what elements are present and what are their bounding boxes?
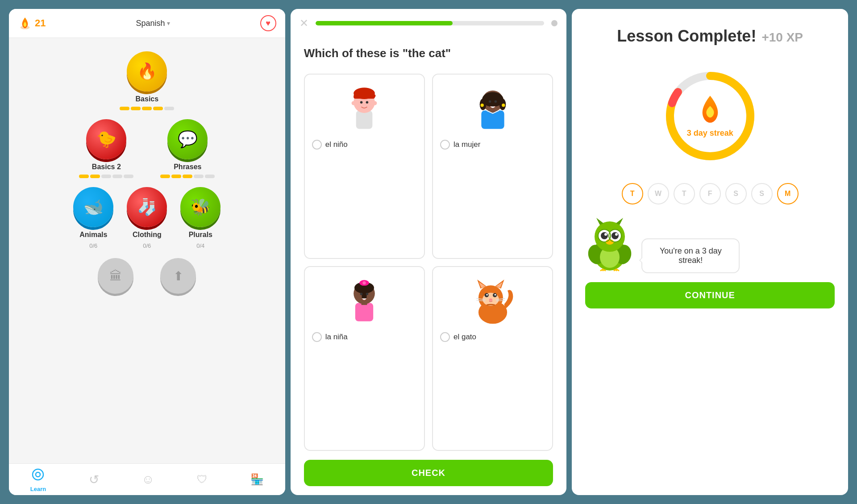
day-thursday: T [674,183,695,204]
streak-flame-icon [697,95,724,127]
choice-el-gato[interactable]: el gato [432,266,553,451]
radio-la-nina[interactable] [312,332,322,342]
lessons-content: 🔥 Basics 🐤 Basics 2 [9,38,285,463]
lesson-animals[interactable]: 🐋 Animals 0/6 [73,187,113,249]
prog-bar [153,107,163,110]
day-label-f: F [708,190,712,198]
shield-nav-icon: 🛡 [197,473,208,486]
day-tuesday: T [622,183,643,204]
choice-la-mujer[interactable]: la mujer [432,74,553,259]
nav-profile[interactable]: ☺ [141,472,154,488]
prog-bar [131,107,141,110]
svg-rect-3 [356,111,373,129]
lesson-circle-clothing[interactable]: 🧦 [127,187,167,227]
lesson-sublabel-clothing: 0/6 [143,242,151,249]
lesson-circle-animals[interactable]: 🐋 [73,187,113,227]
lesson-clothing[interactable]: 🧦 Clothing 0/6 [127,187,167,249]
svg-rect-22 [355,303,373,321]
streak-ring-container: 3 day streak [661,67,759,165]
profile-nav-icon: ☺ [141,472,154,487]
lesson-basics2[interactable]: 🐤 Basics 2 [79,119,133,178]
radio-el-nino[interactable] [312,140,322,150]
continue-button[interactable]: CONTINUE [585,282,835,308]
lesson-label-plurals: Plurals [189,231,212,239]
day-label-s1: S [733,190,738,198]
svg-point-9 [366,101,369,104]
language-selector[interactable]: Spanish ▾ [136,19,170,28]
nav-hearts[interactable]: ↺ [89,472,99,489]
svg-point-18 [489,100,491,103]
svg-point-42 [489,298,492,301]
learn-nav-icon [32,468,44,484]
svg-point-41 [494,294,496,296]
svg-point-30 [366,292,369,295]
flame-icon [18,16,32,30]
lesson-plurals[interactable]: 🐝 Plurals 0/4 [180,187,220,249]
lesson-basics[interactable]: 🔥 Basics [120,51,174,110]
lesson-complete-screen: Lesson Complete! +10 XP [572,9,848,495]
prog-bar [205,175,215,178]
lesson-circle-phrases[interactable]: 💬 [167,119,208,159]
prog-bar [164,107,174,110]
choice-image-el-nino [337,82,391,135]
hearts-badge: ♥ [260,15,276,31]
day-label-t2: T [682,190,686,198]
progress-phrases [160,175,215,178]
lesson-label-clothing: Clothing [133,231,162,239]
progress-basics2 [79,175,133,178]
nav-shield[interactable]: 🛡 [197,473,208,487]
prog-bar [194,175,204,178]
quiz-header: ✕ [291,9,567,33]
lesson-circle-plurals[interactable]: 🐝 [180,187,220,227]
choice-label-el-nino: el niño [325,140,348,149]
progress-basics [120,107,174,110]
radio-el-gato[interactable] [440,332,450,342]
prog-bar [171,175,181,178]
row-animals-clothing-plurals: 🐋 Animals 0/6 🧦 Clothing 0/6 🐝 Plurals 0… [73,187,220,249]
close-button[interactable]: ✕ [300,18,308,29]
lesson-circle-basics[interactable]: 🔥 [127,51,167,92]
nav-learn[interactable]: Learn [30,468,46,492]
lesson-phrases[interactable]: 💬 Phrases [160,119,215,178]
day-label-m: M [785,190,790,198]
check-button[interactable]: CHECK [304,460,553,486]
lesson-sublabel-animals: 0/6 [89,242,97,249]
svg-line-44 [476,300,485,301]
row-basics2-phrases: 🐤 Basics 2 💬 Phrases [79,119,215,178]
svg-point-63 [606,239,614,245]
nav-shop[interactable]: 🏪 [250,473,264,487]
choice-la-nina[interactable]: la niña [304,266,425,451]
lesson-label-phrases: Phrases [174,163,201,171]
hearts-nav-icon: ↺ [89,472,99,487]
streak-ring-inner: 3 day streak [687,95,733,138]
lock-icon-1: 🏛 [109,269,122,283]
day-label-w: W [655,190,661,198]
choice-bottom-el-gato: el gato [440,332,545,342]
locked-nodes: 🏛 ⬆ [98,258,196,294]
choice-image-la-nina [337,274,391,328]
locked-circle-2: ⬆ [160,258,196,294]
prog-bar [101,175,111,178]
learn-screen: 21 Spanish ▾ ♥ 🔥 Basics [9,9,285,495]
streak-count: 21 [35,17,46,29]
bottom-nav: Learn ↺ ☺ 🛡 🏪 [9,463,285,495]
choice-el-nino[interactable]: el niño [304,74,425,259]
title-row: Lesson Complete! +10 XP [617,27,803,49]
day-saturday: S [725,183,747,204]
nav-learn-label: Learn [30,486,46,492]
svg-point-27 [363,281,366,284]
app-container: 21 Spanish ▾ ♥ 🔥 Basics [0,0,857,504]
svg-point-40 [486,294,488,296]
lesson-sublabel-plurals: 0/4 [196,242,204,249]
svg-point-10 [352,101,356,105]
svg-point-21 [502,104,505,107]
choice-bottom-la-nina: la niña [312,332,417,342]
lesson-complete-content: Lesson Complete! +10 XP [572,9,848,495]
radio-la-mujer[interactable] [440,140,450,150]
locked-circle-1: 🏛 [98,258,133,294]
speech-bubble: You're on a 3 day streak! [641,238,740,273]
speech-text: You're on a 3 day streak! [660,246,722,265]
choice-bottom-el-nino: el niño [312,140,417,150]
choice-label-la-nina: la niña [325,333,348,342]
lesson-circle-basics2[interactable]: 🐤 [86,119,126,159]
